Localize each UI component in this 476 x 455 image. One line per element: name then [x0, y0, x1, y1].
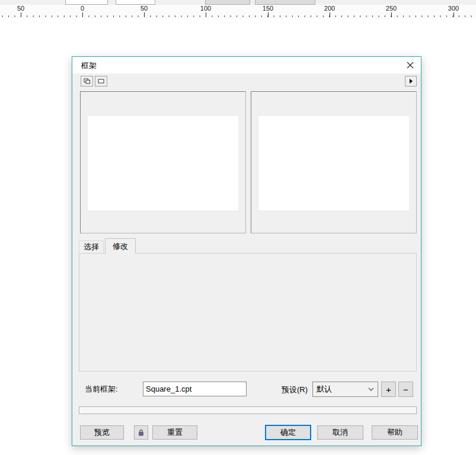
preview-pane-after [251, 91, 417, 233]
preview-button[interactable]: 预览 [80, 425, 124, 440]
dialog-titlebar[interactable]: 框架 [72, 57, 421, 73]
ruler-major-tick [268, 12, 269, 17]
close-icon [407, 62, 414, 69]
ruler-minor-ticks [0, 15, 476, 17]
ruler-unit-label: 50 [17, 5, 24, 12]
preset-value: 默认 [317, 384, 332, 395]
screen: 50050100150200250300 框架 [0, 0, 476, 455]
preview-page-before [88, 116, 238, 210]
cancel-button[interactable]: 取消 [317, 425, 363, 440]
ruler-unit-label: 150 [263, 5, 273, 12]
tab-select-label: 选择 [84, 242, 99, 252]
ruler-unit-label: 50 [140, 5, 148, 12]
help-button[interactable]: 帮助 [372, 425, 418, 440]
ruler-unit-label: 300 [448, 5, 459, 12]
flyout-arrow-icon [410, 79, 413, 84]
partial-toolbar-fragment [255, 0, 315, 5]
current-frame-input[interactable] [143, 382, 247, 396]
preview-pane-before [80, 91, 246, 233]
cascade-icon [84, 78, 91, 84]
close-button[interactable] [403, 59, 417, 71]
current-frame-label: 当前框架: [85, 384, 118, 395]
ruler-major-tick [453, 12, 454, 17]
ruler-major-tick [391, 12, 392, 17]
tab-modify[interactable]: 修改 [105, 238, 136, 254]
dialog-title: 框架 [81, 60, 97, 71]
single-view-button[interactable] [95, 76, 107, 86]
preset-add-button[interactable]: + [381, 382, 396, 397]
lock-icon [138, 428, 144, 437]
tab-select[interactable]: 选择 [79, 241, 104, 253]
frame-dialog: 框架 [72, 56, 421, 446]
ruler-unit-label: 250 [386, 5, 397, 12]
tab-modify-label: 修改 [113, 241, 128, 252]
cascade-view-button[interactable] [81, 76, 93, 86]
partial-toolbar-fragment [65, 0, 108, 5]
partial-toolbar-fragment [116, 0, 155, 5]
progress-bar [79, 406, 417, 414]
chevron-down-icon [368, 387, 374, 391]
ruler-major-tick [206, 12, 206, 17]
preset-dropdown[interactable]: 默认 [312, 382, 378, 397]
ruler-unit-label: 0 [81, 5, 84, 12]
partial-toolbar-fragment [205, 0, 250, 5]
ruler-unit-label: 200 [324, 5, 335, 12]
flyout-button[interactable] [405, 76, 417, 86]
modify-tab-panel [79, 253, 417, 371]
ok-button[interactable]: 确定 [265, 425, 311, 440]
ruler-major-tick [82, 12, 83, 17]
ruler-major-tick [330, 12, 330, 17]
preview-page-after [258, 116, 409, 210]
lock-preview-button[interactable] [134, 425, 148, 440]
ruler: 50050100150200250300 [0, 5, 476, 19]
preset-remove-button[interactable]: − [398, 382, 413, 397]
frame-icon [98, 79, 104, 84]
ruler-major-tick [21, 12, 21, 17]
ruler-unit-label: 100 [200, 5, 211, 12]
preset-label: 预设(R) [282, 384, 308, 395]
reset-button[interactable]: 重置 [152, 425, 197, 440]
ruler-major-tick [144, 12, 145, 17]
